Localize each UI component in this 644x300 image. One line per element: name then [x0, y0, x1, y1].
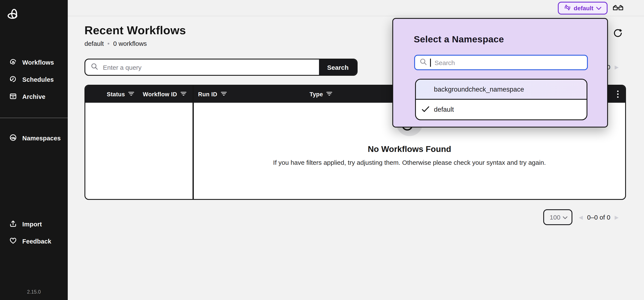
feedback-icon	[9, 237, 17, 246]
namespace-option-default[interactable]: default	[416, 100, 586, 119]
query-input-field[interactable]	[85, 59, 319, 75]
temporal-logo-icon	[7, 8, 19, 21]
filter-icon[interactable]	[128, 91, 134, 97]
column-header-run-id[interactable]: Run ID	[198, 86, 226, 103]
per-page-value: 100	[550, 214, 560, 221]
archive-icon	[9, 92, 17, 101]
workflow-count: 0 workflows	[113, 40, 147, 47]
table-options-kebab-icon[interactable]	[617, 86, 619, 103]
namespace-switcher-label: default	[574, 5, 594, 11]
sidebar-item-label: Workflows	[22, 59, 54, 66]
search-button[interactable]: Search	[319, 59, 357, 75]
next-page-icon[interactable]: ▶	[615, 215, 618, 220]
select-namespace-modal: Select a Namespace backgroundcheck_names…	[392, 18, 608, 128]
namespace-list: backgroundcheck_namespace default	[415, 79, 588, 120]
column-header-type[interactable]: Type	[310, 86, 332, 103]
sidebar-item-import[interactable]: Import	[0, 218, 68, 230]
filter-icon[interactable]	[180, 91, 186, 97]
column-header-status[interactable]: Status	[107, 86, 134, 103]
next-page-icon[interactable]: ▶	[615, 64, 618, 70]
namespace-option-label: default	[434, 106, 454, 113]
checkmark-icon	[422, 106, 430, 114]
import-icon	[9, 220, 17, 229]
empty-state-message: If you have filters applied, try adjusti…	[273, 159, 546, 166]
namespace-search-input[interactable]	[434, 58, 587, 67]
namespaces-icon	[9, 134, 17, 143]
chevron-down-icon	[562, 214, 568, 221]
per-page-select[interactable]: 100	[543, 209, 572, 225]
page-range: 0–0 of 0	[587, 214, 610, 221]
sidebar-item-namespaces[interactable]: Namespaces	[0, 132, 68, 144]
namespace-option-backgroundcheck[interactable]: backgroundcheck_namespace	[416, 80, 586, 100]
temporal-web-ui: Workflows Schedules Archive	[0, 0, 644, 300]
namespace-switcher-icon	[564, 4, 571, 12]
filter-icon[interactable]	[220, 91, 226, 97]
sidebar-item-archive[interactable]: Archive	[0, 91, 68, 103]
dot-separator-icon	[108, 43, 109, 44]
refresh-icon[interactable]	[613, 27, 623, 39]
sidebar-item-label: Import	[22, 221, 42, 228]
sidebar-item-schedules[interactable]: Schedules	[0, 74, 68, 86]
app-version: 2.15.0	[0, 289, 68, 295]
sidebar-item-label: Feedback	[22, 238, 51, 245]
namespace-search-field[interactable]	[414, 55, 588, 70]
page-title: Recent Workflows	[84, 24, 186, 37]
query-search-bar: Search	[84, 59, 358, 76]
sidebar-item-label: Schedules	[22, 76, 54, 83]
top-bar	[68, 0, 644, 16]
sidebar-divider	[0, 118, 68, 118]
text-cursor	[430, 58, 431, 67]
chevron-down-icon	[596, 5, 602, 11]
sidebar: Workflows Schedules Archive	[0, 0, 68, 300]
current-namespace: default	[84, 40, 104, 47]
schedules-icon	[9, 75, 17, 84]
sidebar-item-label: Namespaces	[22, 135, 61, 142]
column-header-workflow-id[interactable]: Workflow ID	[143, 86, 186, 103]
namespace-option-label: backgroundcheck_namespace	[434, 85, 524, 93]
labs-glasses-icon[interactable]	[613, 4, 624, 13]
search-icon	[420, 58, 427, 67]
sidebar-item-workflows[interactable]: Workflows	[0, 56, 68, 68]
search-icon	[91, 63, 98, 72]
filter-icon[interactable]	[326, 91, 332, 97]
prev-page-icon[interactable]: ◀	[579, 215, 583, 220]
namespace-switcher-button[interactable]: default	[558, 2, 608, 14]
bottom-pagination: ◀ 0–0 of 0 ▶	[579, 214, 618, 221]
workflows-icon	[9, 58, 17, 67]
sidebar-item-feedback[interactable]: Feedback	[0, 235, 68, 247]
empty-state-title: No Workflows Found	[368, 144, 451, 154]
modal-title: Select a Namespace	[414, 34, 504, 45]
sidebar-item-label: Archive	[22, 93, 46, 100]
query-input[interactable]	[102, 63, 319, 71]
page-subtitle: default 0 workflows	[84, 40, 147, 47]
